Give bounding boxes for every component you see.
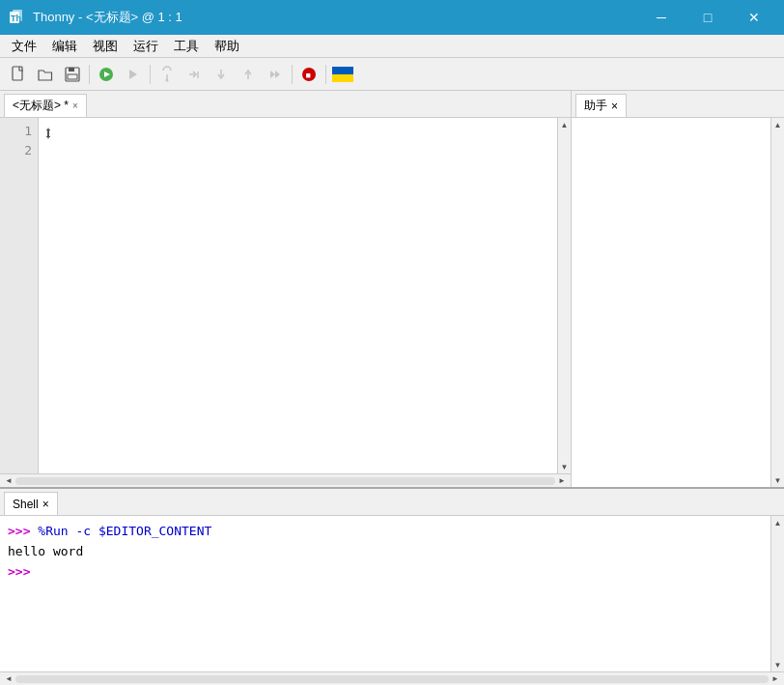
shell-body: >>> %Run -c $EDITOR_CONTENT hello word >… xyxy=(0,516,784,671)
shell-line-2: hello word xyxy=(8,542,776,562)
shell-hscroll-track xyxy=(15,675,769,683)
debug-button[interactable] xyxy=(154,62,180,87)
menu-item-运行[interactable]: 运行 xyxy=(126,36,166,57)
svg-text:■: ■ xyxy=(306,71,311,80)
line-number-1: 1 xyxy=(0,122,38,141)
assistant-vscroll[interactable]: ▲ ▼ xyxy=(770,118,784,487)
menu-item-文件[interactable]: 文件 xyxy=(4,36,44,57)
menu-item-编辑[interactable]: 编辑 xyxy=(44,36,85,57)
editor-vscroll-down[interactable]: ▼ xyxy=(558,460,572,473)
assistant-vscroll-down[interactable]: ▼ xyxy=(771,473,785,487)
toolbar-separator-1 xyxy=(89,65,90,84)
svg-rect-3 xyxy=(13,67,22,80)
shell-content[interactable]: >>> %Run -c $EDITOR_CONTENT hello word >… xyxy=(0,516,784,671)
title-bar: Th Thonny - <无标题> @ 1 : 1 ─ □ ✕ xyxy=(0,0,784,35)
svg-rect-6 xyxy=(68,74,77,79)
cursor-indicator xyxy=(44,124,52,138)
shell-tab[interactable]: Shell × xyxy=(4,492,58,515)
shell-prompt-2: >>> xyxy=(8,564,30,579)
window-controls: ─ □ ✕ xyxy=(639,4,776,31)
shell-cmd-1: %Run -c $EDITOR_CONTENT xyxy=(38,524,211,538)
app-icon: Th xyxy=(8,8,27,27)
shell-output-1: hello word xyxy=(8,542,776,562)
step-into-button[interactable] xyxy=(209,62,234,87)
menu-item-视图[interactable]: 视图 xyxy=(85,36,126,57)
maximize-button[interactable]: □ xyxy=(686,4,730,31)
ukraine-flag-icon xyxy=(332,67,353,82)
shell-tabs: Shell × xyxy=(0,489,784,516)
svg-marker-9 xyxy=(129,70,137,79)
shell-line-1: >>> %Run -c $EDITOR_CONTENT xyxy=(8,522,776,542)
shell-line-3: >>> xyxy=(8,562,776,583)
editor-tab-close[interactable]: × xyxy=(72,100,78,111)
editor-tabs: <无标题> * × xyxy=(0,91,571,118)
editor-panel: <无标题> * × 1 2 ▲ xyxy=(0,91,572,487)
main-area: <无标题> * × 1 2 ▲ xyxy=(0,91,784,685)
toolbar-separator-3 xyxy=(292,65,293,84)
resume-button[interactable] xyxy=(263,62,288,87)
code-area: 1 2 ▲ ▼ xyxy=(0,118,571,473)
stop-button[interactable]: ■ xyxy=(296,62,322,87)
title-left: Th Thonny - <无标题> @ 1 : 1 xyxy=(8,8,182,27)
menu-bar: 文件编辑视图运行工具帮助 xyxy=(0,35,784,58)
shell-vscroll-down[interactable]: ▼ xyxy=(771,658,785,671)
shell-tab-label: Shell xyxy=(13,498,39,511)
run-button[interactable] xyxy=(94,62,119,87)
toolbar-separator-2 xyxy=(150,65,151,84)
svg-text:Th: Th xyxy=(11,14,21,23)
menu-item-帮助[interactable]: 帮助 xyxy=(207,36,247,57)
svg-marker-15 xyxy=(270,71,275,78)
menu-item-工具[interactable]: 工具 xyxy=(166,36,207,57)
editor-tab-untitled[interactable]: <无标题> * × xyxy=(4,94,87,117)
new-button[interactable] xyxy=(6,62,31,87)
assistant-tab[interactable]: 助手 × xyxy=(575,94,627,117)
assistant-panel: 助手 × ▲ ▼ xyxy=(572,91,784,487)
toolbar: ■ xyxy=(0,58,784,91)
editor-hscroll[interactable]: ◄ ► xyxy=(0,473,571,487)
editor-tab-label: <无标题> * xyxy=(13,98,69,114)
shell-hscroll[interactable]: ◄ ► xyxy=(0,671,784,685)
line-number-2: 2 xyxy=(0,141,38,160)
assistant-vscroll-up[interactable]: ▲ xyxy=(771,118,785,131)
ukraine-flag-button[interactable] xyxy=(330,62,355,87)
assistant-tab-close[interactable]: × xyxy=(611,100,618,113)
code-content[interactable] xyxy=(39,118,571,473)
shell-hscroll-right[interactable]: ► xyxy=(769,672,782,686)
step-over-button[interactable] xyxy=(182,62,207,87)
svg-marker-16 xyxy=(275,71,280,78)
save-button[interactable] xyxy=(60,62,85,87)
shell-hscroll-left[interactable]: ◄ xyxy=(2,672,15,686)
line-numbers: 1 2 xyxy=(0,118,39,473)
editor-area: <无标题> * × 1 2 ▲ xyxy=(0,91,784,487)
minimize-button[interactable]: ─ xyxy=(639,4,684,31)
toolbar-separator-4 xyxy=(325,65,326,84)
assistant-tab-label: 助手 xyxy=(584,98,607,114)
shell-prompt-1: >>> xyxy=(8,524,38,538)
shell-vscroll[interactable]: ▲ ▼ xyxy=(770,516,784,671)
shell-area: Shell × >>> %Run -c $EDITOR_CONTENT hell… xyxy=(0,487,784,685)
assistant-tabs: 助手 × xyxy=(572,91,784,118)
svg-point-11 xyxy=(166,78,169,81)
svg-rect-5 xyxy=(69,68,74,71)
editor-hscroll-left[interactable]: ◄ xyxy=(2,474,15,488)
run-module-button[interactable] xyxy=(121,62,146,87)
close-button[interactable]: ✕ xyxy=(732,4,776,31)
assistant-body: ▲ ▼ xyxy=(572,118,784,487)
editor-hscroll-track xyxy=(15,477,555,485)
open-button[interactable] xyxy=(33,62,58,87)
editor-vscroll-up[interactable]: ▲ xyxy=(558,118,572,131)
editor-vscroll[interactable]: ▲ ▼ xyxy=(557,118,571,473)
editor-hscroll-right[interactable]: ► xyxy=(555,474,569,488)
step-out-button[interactable] xyxy=(236,62,261,87)
title-text: Thonny - <无标题> @ 1 : 1 xyxy=(33,9,182,26)
shell-tab-close[interactable]: × xyxy=(42,498,49,511)
shell-vscroll-up[interactable]: ▲ xyxy=(771,516,785,529)
